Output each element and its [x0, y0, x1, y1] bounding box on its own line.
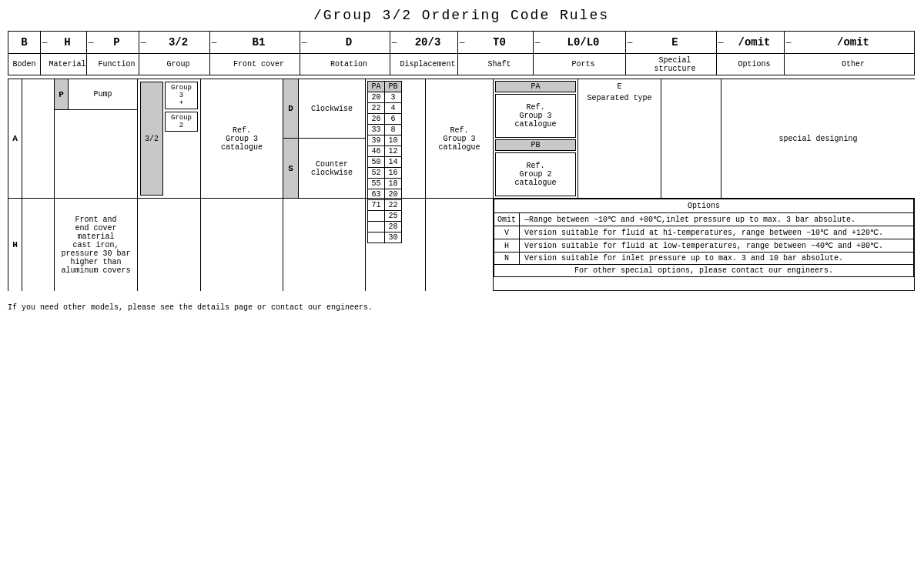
options-table-area: Options Omit —Range between −10℃ and +80… — [494, 199, 915, 291]
special-A: E Separated type — [578, 79, 661, 199]
arrow-sep-8: — — [534, 32, 541, 53]
code-B1: B1 — [218, 32, 300, 53]
disp-PA: PA — [368, 82, 385, 92]
arrow-sep-1: — — [41, 32, 49, 53]
disp-20: 20 — [368, 92, 385, 103]
function-A-empty — [55, 110, 137, 198]
options-A-empty — [661, 79, 721, 199]
disp-55: 55 — [368, 179, 385, 189]
code-group: 3/2 — [147, 32, 210, 53]
code-E: E — [634, 32, 717, 53]
letter-A: A — [8, 79, 22, 199]
label-other: Other — [792, 54, 914, 75]
rotation-H — [283, 199, 366, 291]
material-function-A: P Pump — [55, 79, 138, 199]
code-D: D — [308, 32, 390, 53]
displacement-H-extra — [366, 199, 426, 291]
options-header: Options — [494, 199, 914, 213]
pump-label: Pump — [69, 79, 137, 109]
label-sep-10 — [717, 54, 725, 75]
ports-PB-ref: Ref.Group 2catalogue — [495, 152, 576, 196]
disp-PB: PB — [385, 82, 402, 92]
option-omit-code: Omit — [494, 213, 520, 226]
ports-PB-label: PB — [495, 139, 576, 151]
other-A: special designing — [721, 79, 915, 199]
H-content: Front andend cover materialcast iron,pre… — [58, 216, 134, 275]
label-ports: Ports — [541, 54, 626, 75]
option-N-code: N — [494, 253, 520, 265]
page-title: /Group 3/2 Ordering Code Rules — [8, 8, 915, 23]
label-options: Options — [725, 54, 785, 75]
separated-type: Separated type — [581, 94, 658, 102]
disp-10: 10 — [385, 135, 402, 146]
disp-22: 22 — [368, 103, 385, 114]
clockwise-label: Clockwise — [299, 79, 365, 138]
group-H — [138, 199, 201, 291]
boden-A — [22, 79, 55, 199]
row-H: H Front andend cover materialcast iron,p… — [8, 199, 915, 291]
special-E-label: E — [581, 82, 658, 91]
boden-H — [22, 199, 55, 291]
arrow-sep-6: — — [390, 32, 398, 53]
footnote-row: If you need other models, please see the… — [8, 297, 915, 312]
disp-16: 16 — [385, 168, 402, 179]
frontcover-ref: Ref.Group 3catalogue — [221, 126, 263, 152]
arrow-sep-5: — — [300, 32, 308, 53]
disp-33: 33 — [368, 125, 385, 135]
label-function: Function — [95, 54, 139, 75]
label-sep-7 — [458, 54, 466, 75]
group-32-box: 3/2 — [140, 82, 163, 196]
disp-39: 39 — [368, 135, 385, 146]
frontcover-H — [201, 199, 283, 291]
disp-4: 4 — [385, 103, 402, 114]
label-displacement: Displacement — [398, 54, 458, 75]
label-rotation: Rotation — [308, 54, 390, 75]
shaft-ref: Ref.Group 3catalogue — [438, 126, 480, 152]
label-special: Special structure — [634, 54, 717, 75]
code-B: B — [8, 32, 41, 53]
ports-PA-ref: Ref.Group 3catalogue — [495, 94, 576, 138]
group-A: 3/2 Group 3+ Group 2 — [138, 79, 201, 199]
label-sep-1 — [41, 54, 49, 75]
disp-12: 12 — [385, 146, 402, 157]
label-sep-5 — [300, 54, 308, 75]
label-boden: Boden — [8, 54, 41, 75]
disp-14: 14 — [385, 157, 402, 168]
rotation-S-box: S — [283, 139, 299, 198]
shaft-H — [426, 199, 494, 291]
label-material: Material — [49, 54, 87, 75]
letter-H: H — [8, 199, 22, 291]
label-sep-9 — [626, 54, 634, 75]
label-group: Group — [147, 54, 210, 75]
displacement-A: PAPB 203 224 266 338 3910 4612 5014 5216… — [366, 79, 426, 199]
group-3-plus: Group 3+ — [165, 82, 198, 109]
footnote: If you need other models, please see the… — [8, 303, 373, 312]
options-footer: For other special options, please contac… — [494, 265, 914, 277]
label-sep-6 — [390, 54, 398, 75]
disp-18: 18 — [385, 179, 402, 189]
arrow-sep-7: — — [458, 32, 466, 53]
rotation-D-box: D — [283, 79, 299, 138]
arrow-sep-4: — — [210, 32, 218, 53]
ports-A: PA Ref.Group 3catalogue PB Ref.Group 2ca… — [494, 79, 578, 199]
code-T0: T0 — [466, 32, 534, 53]
code-omit1: /omit — [725, 32, 785, 53]
arrow-sep-10: — — [717, 32, 725, 53]
options-table: Options Omit —Range between −10℃ and +80… — [494, 199, 914, 277]
arrow-sep-9: — — [626, 32, 634, 53]
label-sep-11 — [785, 54, 792, 75]
content-area: A P Pump 3/2 Group 3+ — [8, 79, 915, 291]
disp-50: 50 — [368, 157, 385, 168]
option-V-code: V — [494, 226, 520, 239]
arrow-sep-2: — — [87, 32, 95, 53]
P-box: P — [55, 79, 69, 109]
code-P: P — [95, 32, 139, 53]
disp-52: 52 — [368, 168, 385, 179]
code-omit2: /omit — [792, 32, 914, 53]
arrow-sep-3: — — [139, 32, 147, 53]
label-sep-3 — [139, 54, 147, 75]
code-row: B — H — P — 3/2 — B1 — D — 20/3 — T0 — L… — [8, 31, 915, 54]
labels-row: Boden Material Function Group Front cove… — [8, 54, 915, 75]
option-N-desc: Version suitable for inlet pressure up t… — [520, 253, 914, 265]
disp-46: 46 — [368, 146, 385, 157]
